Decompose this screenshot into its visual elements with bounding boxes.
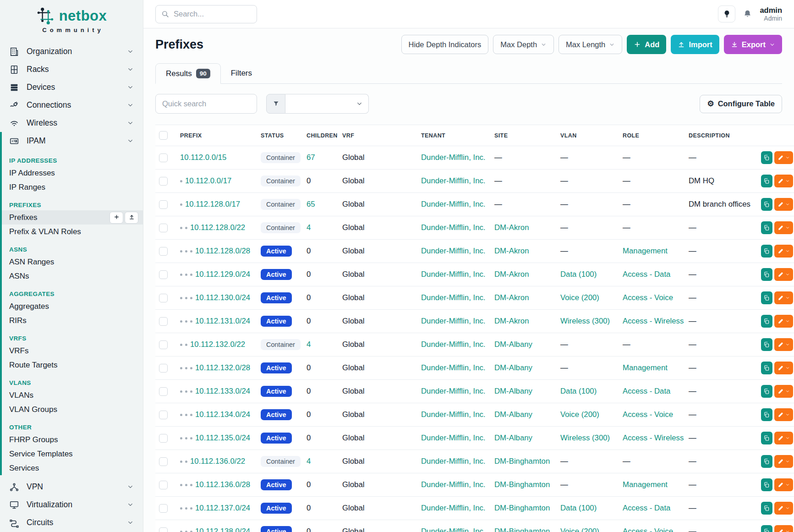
- site-link[interactable]: DM-Albany: [494, 363, 532, 372]
- column-header-site[interactable]: SITE: [491, 125, 557, 146]
- sidebar-item-prefixes[interactable]: Prefixes: [2, 210, 143, 225]
- vlan-link[interactable]: Wireless (300): [560, 433, 610, 442]
- row-checkbox[interactable]: [159, 434, 168, 443]
- prefix-link[interactable]: 10.112.129.0/24: [195, 270, 250, 279]
- children-count-link[interactable]: 4: [307, 223, 311, 232]
- edit-split-button[interactable]: [774, 385, 793, 398]
- prefix-link[interactable]: 10.112.136.0/22: [190, 457, 245, 466]
- sidebar-item-racks[interactable]: Racks: [0, 60, 143, 78]
- site-link[interactable]: DM-Akron: [494, 223, 529, 232]
- copy-button[interactable]: [761, 455, 772, 468]
- role-link[interactable]: Access - Data: [623, 270, 670, 279]
- row-checkbox[interactable]: [159, 504, 168, 513]
- prefix-link[interactable]: 10.112.138.0/24: [195, 527, 250, 532]
- prefix-link[interactable]: 10.112.134.0/24: [195, 410, 250, 419]
- row-checkbox[interactable]: [159, 154, 168, 162]
- prefix-link[interactable]: 10.112.132.0/22: [190, 340, 245, 349]
- export-dropdown-button[interactable]: Export: [724, 35, 782, 54]
- copy-button[interactable]: [761, 525, 772, 532]
- children-count-link[interactable]: 67: [307, 153, 315, 162]
- prefix-link[interactable]: 10.112.132.0/28: [195, 363, 250, 372]
- tab-results[interactable]: Results 90: [155, 63, 221, 84]
- vlan-link[interactable]: Data (100): [560, 504, 597, 512]
- tenant-link[interactable]: Dunder-Mifflin, Inc.: [421, 270, 486, 279]
- quick-search-input[interactable]: [155, 94, 257, 114]
- copy-button[interactable]: [761, 291, 772, 304]
- row-checkbox[interactable]: [159, 364, 168, 373]
- sidebar-item-ipam[interactable]: IPAM: [2, 132, 143, 150]
- tab-filters[interactable]: Filters: [221, 63, 262, 83]
- copy-button[interactable]: [761, 432, 772, 444]
- add-prefix-button[interactable]: [110, 212, 123, 224]
- site-link[interactable]: DM-Binghamton: [494, 457, 550, 466]
- site-link[interactable]: DM-Binghamton: [494, 480, 550, 489]
- role-link[interactable]: Access - Wireless: [623, 317, 684, 325]
- role-link[interactable]: Access - Data: [623, 504, 670, 512]
- theme-toggle-button[interactable]: [718, 5, 735, 22]
- row-checkbox[interactable]: [159, 387, 168, 396]
- prefix-link[interactable]: 10.112.130.0/24: [195, 293, 250, 302]
- user-menu[interactable]: admin Admin: [760, 6, 782, 22]
- vlan-link[interactable]: Wireless (300): [560, 317, 610, 325]
- copy-button[interactable]: [761, 408, 772, 421]
- prefix-link[interactable]: 10.112.128.0/17: [185, 200, 240, 208]
- row-checkbox[interactable]: [159, 247, 168, 256]
- vlan-link[interactable]: Voice (200): [560, 293, 599, 302]
- sidebar-item-ip-ranges[interactable]: IP Ranges: [2, 180, 143, 194]
- site-link[interactable]: DM-Albany: [494, 387, 532, 395]
- sidebar-item-rirs[interactable]: RIRs: [2, 313, 143, 328]
- max-depth-dropdown[interactable]: Max Depth: [493, 35, 554, 54]
- tenant-link[interactable]: Dunder-Mifflin, Inc.: [421, 410, 486, 419]
- max-length-dropdown[interactable]: Max Length: [559, 35, 622, 54]
- notifications-bell-icon[interactable]: [743, 9, 752, 19]
- role-link[interactable]: Access - Voice: [623, 410, 673, 419]
- row-checkbox[interactable]: [159, 294, 168, 302]
- edit-split-button[interactable]: [774, 362, 793, 374]
- sidebar-item-aggregates[interactable]: Aggregates: [2, 299, 143, 313]
- copy-button[interactable]: [761, 362, 772, 374]
- site-link[interactable]: DM-Binghamton: [494, 527, 550, 532]
- sidebar-item-services[interactable]: Services: [2, 461, 143, 475]
- column-header-children[interactable]: CHILDREN: [303, 125, 339, 146]
- site-link[interactable]: DM-Albany: [494, 340, 532, 349]
- copy-button[interactable]: [761, 175, 772, 187]
- row-checkbox[interactable]: [159, 317, 168, 326]
- sidebar-item-vpn[interactable]: VPN: [0, 478, 143, 496]
- sidebar-item-wireless[interactable]: Wireless: [0, 114, 143, 132]
- edit-split-button[interactable]: [774, 291, 793, 304]
- tenant-link[interactable]: Dunder-Mifflin, Inc.: [421, 340, 486, 349]
- column-header-vlan[interactable]: VLAN: [557, 125, 619, 146]
- copy-button[interactable]: [761, 502, 772, 515]
- edit-split-button[interactable]: [774, 198, 793, 211]
- select-all-checkbox[interactable]: [159, 131, 168, 140]
- row-checkbox[interactable]: [159, 200, 168, 209]
- prefix-link[interactable]: 10.112.133.0/24: [195, 387, 250, 395]
- edit-split-button[interactable]: [774, 221, 793, 234]
- sidebar-item-vlan-groups[interactable]: VLAN Groups: [2, 402, 143, 417]
- site-link[interactable]: DM-Albany: [494, 433, 532, 442]
- tenant-link[interactable]: Dunder-Mifflin, Inc.: [421, 433, 486, 442]
- row-checkbox[interactable]: [159, 340, 168, 349]
- add-button[interactable]: Add: [627, 35, 666, 54]
- sidebar-item-vlans[interactable]: VLANs: [2, 388, 143, 402]
- tenant-link[interactable]: Dunder-Mifflin, Inc.: [421, 504, 486, 512]
- tenant-link[interactable]: Dunder-Mifflin, Inc.: [421, 457, 486, 466]
- prefix-link[interactable]: 10.112.128.0/28: [195, 247, 250, 255]
- copy-button[interactable]: [761, 338, 772, 351]
- saved-filter-select[interactable]: [285, 94, 369, 114]
- brand[interactable]: netbox Community: [0, 0, 143, 38]
- sidebar-item-circuits[interactable]: Circuits: [0, 514, 143, 532]
- copy-button[interactable]: [761, 315, 772, 328]
- global-search-input[interactable]: [174, 10, 251, 18]
- children-count-link[interactable]: 4: [307, 457, 311, 466]
- column-header-prefix[interactable]: PREFIX: [176, 125, 257, 146]
- tenant-link[interactable]: Dunder-Mifflin, Inc.: [421, 153, 486, 162]
- sidebar-item-prefix-vlan-roles[interactable]: Prefix & VLAN Roles: [2, 225, 143, 239]
- row-checkbox[interactable]: [159, 411, 168, 419]
- edit-split-button[interactable]: [774, 525, 793, 532]
- tenant-link[interactable]: Dunder-Mifflin, Inc.: [421, 363, 486, 372]
- tenant-link[interactable]: Dunder-Mifflin, Inc.: [421, 293, 486, 302]
- site-link[interactable]: DM-Akron: [494, 270, 529, 279]
- copy-button[interactable]: [761, 221, 772, 234]
- copy-button[interactable]: [761, 385, 772, 398]
